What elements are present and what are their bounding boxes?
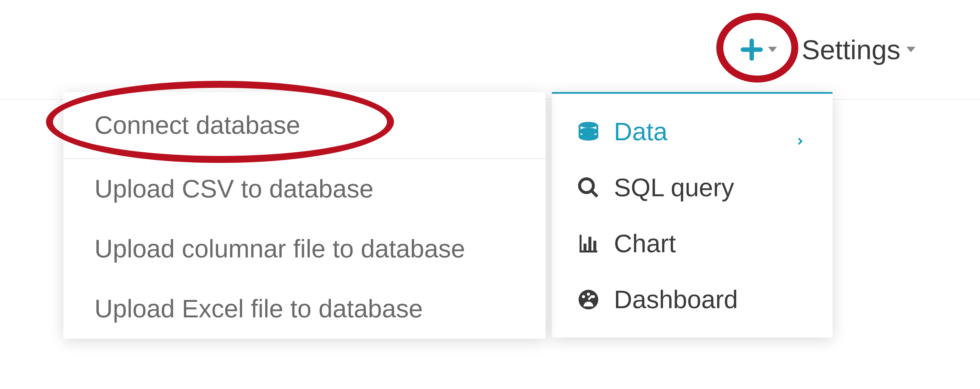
- submenu-item-upload-csv[interactable]: Upload CSV to database: [64, 159, 546, 219]
- svg-point-2: [580, 122, 597, 128]
- svg-rect-11: [593, 241, 596, 251]
- caret-down-icon: [768, 47, 777, 52]
- menu-item-chart[interactable]: Chart: [552, 216, 833, 272]
- data-submenu: Connect database Upload CSV to database …: [64, 92, 546, 339]
- submenu-item-label: Connect database: [94, 111, 300, 139]
- submenu-item-label: Upload CSV to database: [94, 175, 374, 203]
- submenu-item-label: Upload Excel file to database: [94, 295, 423, 323]
- search-icon: [577, 176, 600, 199]
- svg-rect-10: [589, 237, 592, 250]
- caret-down-icon: [907, 47, 915, 52]
- svg-rect-9: [584, 244, 587, 251]
- svg-point-5: [580, 179, 593, 193]
- bar-chart-icon: [577, 232, 600, 255]
- svg-point-14: [587, 292, 590, 296]
- submenu-item-upload-columnar[interactable]: Upload columnar file to database: [64, 219, 546, 279]
- settings-button[interactable]: Settings: [802, 34, 915, 65]
- svg-point-13: [582, 295, 585, 298]
- svg-rect-7: [580, 235, 582, 252]
- chevron-right-icon: [795, 123, 805, 140]
- menu-item-label: Data: [614, 117, 667, 146]
- menu-item-label: Dashboard: [614, 285, 738, 314]
- menu-item-label: Chart: [614, 229, 676, 258]
- add-new-dropdown: Data SQL query Chart: [552, 92, 833, 338]
- svg-point-3: [580, 128, 597, 134]
- submenu-item-connect-database[interactable]: Connect database: [64, 92, 546, 159]
- submenu-item-label: Upload columnar file to database: [94, 234, 465, 263]
- dashboard-icon: [577, 288, 600, 311]
- submenu-item-upload-excel[interactable]: Upload Excel file to database: [64, 279, 546, 339]
- menu-item-dashboard[interactable]: Dashboard: [552, 272, 833, 328]
- plus-icon: [740, 38, 764, 61]
- svg-point-4: [580, 134, 597, 140]
- svg-rect-8: [580, 250, 597, 252]
- header-bar: Settings: [0, 0, 980, 99]
- menu-item-label: SQL query: [614, 173, 734, 202]
- add-new-button[interactable]: [740, 38, 777, 61]
- settings-label: Settings: [802, 34, 900, 65]
- menu-item-data[interactable]: Data: [552, 104, 833, 160]
- database-icon: [577, 120, 600, 143]
- menu-item-sql-query[interactable]: SQL query: [552, 160, 833, 216]
- svg-line-6: [591, 191, 597, 196]
